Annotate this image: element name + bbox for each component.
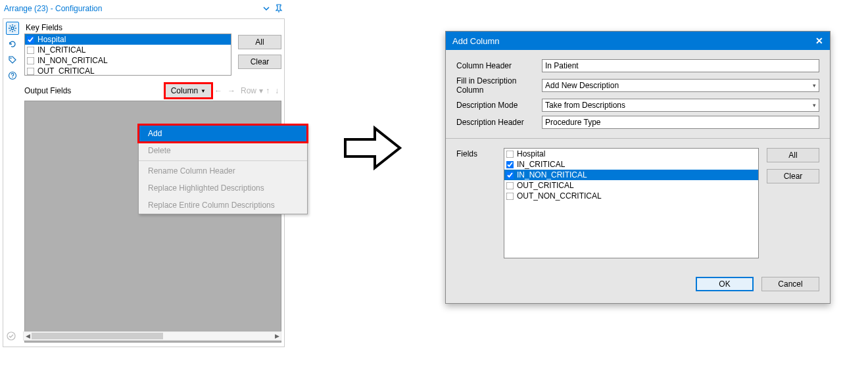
list-item[interactable]: IN_NON_CRITICAL [504, 170, 758, 180]
list-item-label: OUT_CRITICAL [517, 181, 574, 190]
menu-replace-all[interactable]: Replace Entire Column Descriptions [139, 197, 307, 214]
checkbox[interactable] [27, 57, 35, 64]
svg-point-0 [11, 27, 14, 30]
list-item[interactable]: OUT_CRITICAL [504, 180, 758, 191]
checkbox[interactable] [506, 171, 514, 179]
list-item[interactable]: Hospital [504, 149, 758, 159]
list-item[interactable]: IN_CRITICAL [504, 159, 758, 170]
checkbox[interactable] [27, 36, 35, 43]
list-item-label: OUT_CRITICAL [37, 66, 95, 76]
list-item[interactable]: Hospital [25, 34, 231, 45]
list-item-label: IN_CRITICAL [37, 45, 85, 55]
checkbox[interactable] [27, 46, 35, 54]
list-item-label: IN_NON_CRITICAL [37, 56, 108, 65]
checkbox[interactable] [506, 192, 514, 200]
all-button[interactable]: All [238, 35, 281, 49]
flow-arrow-icon [342, 125, 402, 171]
description-mode-select[interactable]: Take from Descriptions▾ [542, 99, 819, 112]
fields-list[interactable]: HospitalIN_CRITICALIN_NON_CRITICALOUT_CR… [504, 148, 759, 258]
apply-check-icon[interactable] [6, 331, 16, 341]
ok-button[interactable]: OK [696, 277, 754, 291]
list-item[interactable]: IN_NON_CRITICAL [25, 55, 231, 66]
list-item-label: IN_NON_CRITICAL [517, 170, 587, 180]
horizontal-scrollbar[interactable]: ◀ ▶ [23, 331, 281, 341]
list-item[interactable]: IN_CRITICAL [25, 45, 231, 55]
gear-icon[interactable] [6, 22, 19, 35]
help-icon[interactable] [6, 69, 19, 82]
list-item[interactable]: OUT_NON_CCRITICAL [504, 191, 758, 201]
arrow-left-icon[interactable]: ← [214, 86, 222, 95]
side-toolbar [6, 22, 20, 85]
menu-add[interactable]: Add [139, 125, 307, 142]
menu-delete[interactable]: Delete [139, 142, 307, 159]
column-header-input[interactable] [542, 59, 819, 72]
collapse-icon[interactable] [262, 5, 270, 12]
list-item-label: IN_CRITICAL [517, 160, 565, 169]
column-context-menu: Add Delete Rename Column Header Replace … [138, 124, 308, 214]
dialog-titlebar[interactable]: Add Column ✕ [446, 32, 830, 50]
checkbox[interactable] [27, 67, 35, 75]
close-icon[interactable]: ✕ [815, 36, 823, 46]
column-dropdown-button[interactable]: Column▼ [165, 84, 212, 98]
dialog-title: Add Column [452, 36, 815, 46]
key-fields-list[interactable]: HospitalIN_CRITICALIN_NON_CRITICALOUT_CR… [24, 34, 231, 76]
panel-footer: ◀ ▶ [6, 329, 281, 343]
panel-body: Key Fields HospitalIN_CRITICALIN_NON_CRI… [3, 18, 285, 347]
svg-point-3 [12, 77, 12, 78]
svg-point-4 [7, 332, 15, 340]
panel-header: Arrange (23) - Configuration [0, 0, 287, 17]
clear-button[interactable]: Clear [767, 169, 819, 183]
config-panel: Arrange (23) - Configuration Key Fields [0, 0, 287, 347]
fill-description-label: Fill in Description Column [456, 76, 542, 95]
description-header-input[interactable] [542, 116, 819, 129]
arrow-right-icon[interactable]: → [228, 86, 235, 95]
list-item[interactable]: OUT_CRITICAL [25, 66, 231, 76]
arrow-up-icon[interactable]: ↑ [266, 86, 270, 95]
all-button[interactable]: All [767, 148, 819, 162]
menu-replace-highlighted[interactable]: Replace Highlighted Descriptions [139, 180, 307, 197]
list-item-label: OUT_NON_CCRITICAL [517, 191, 602, 201]
cancel-button[interactable]: Cancel [761, 277, 819, 291]
add-column-dialog: Add Column ✕ Column Header Fill in Descr… [445, 31, 831, 304]
refresh-icon[interactable] [6, 37, 19, 51]
row-dropdown-button[interactable]: Row [241, 86, 256, 95]
column-header-label: Column Header [456, 61, 542, 70]
checkbox[interactable] [506, 160, 514, 168]
list-item-label: Hospital [37, 35, 66, 44]
fields-label: Fields [456, 148, 496, 158]
key-fields-label: Key Fields [26, 23, 281, 32]
panel-title: Arrange (23) - Configuration [4, 4, 258, 13]
description-mode-label: Description Mode [456, 101, 542, 110]
fill-description-select[interactable]: Add New Description▾ [542, 79, 819, 92]
menu-rename[interactable]: Rename Column Header [139, 162, 307, 180]
list-item-label: Hospital [517, 149, 545, 158]
description-header-label: Description Header [456, 118, 542, 127]
checkbox[interactable] [506, 150, 514, 158]
arrow-down-icon[interactable]: ↓ [275, 86, 279, 95]
svg-point-1 [11, 58, 12, 59]
checkbox[interactable] [506, 181, 514, 189]
tag-icon[interactable] [6, 53, 19, 66]
menu-separator [139, 160, 307, 161]
clear-button[interactable]: Clear [238, 55, 281, 69]
output-fields-label: Output Fields [24, 86, 165, 95]
pin-icon[interactable] [274, 4, 283, 13]
